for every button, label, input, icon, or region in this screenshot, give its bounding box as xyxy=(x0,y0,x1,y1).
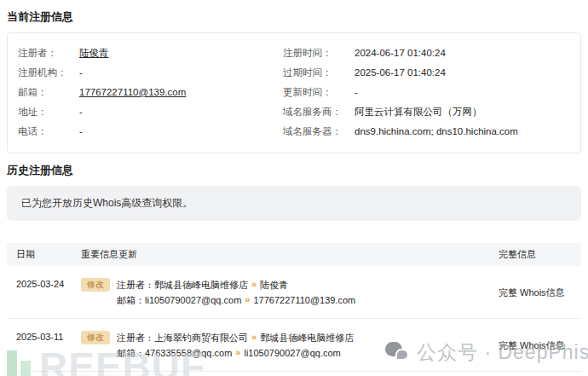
table-row: 2025-03-11 修改 注册者：上海翠钓商贸有限公司»鄄城县德峰电脑维修店 … xyxy=(7,319,581,372)
registrar-value: 阿里云计算有限公司（万网） xyxy=(355,102,482,122)
row-date: 2025-03-24 xyxy=(7,277,81,308)
email-old: 476335558@qq.com xyxy=(145,348,232,358)
row-date: 2025-03-11 xyxy=(7,330,81,361)
registrar-row: 域名服务商： 阿里云计算有限公司（万网） xyxy=(283,102,570,122)
header-date: 日期 xyxy=(7,248,81,261)
email-new: 17767227110@139.com xyxy=(253,295,355,305)
update-time-label: 更新时间： xyxy=(283,83,355,102)
current-registration-card: 注册者： 陆俊青 注册机构： - 邮箱： 17767227110@139.com… xyxy=(7,32,581,153)
history-registration-title: 历史注册信息 xyxy=(7,163,581,178)
current-info-right-column: 注册时间： 2024-06-17 01:40:24 过期时间： 2025-06-… xyxy=(283,43,570,142)
registrant-new: 陆俊青 xyxy=(260,280,288,290)
email-label: 邮箱： xyxy=(18,83,79,102)
email-change-line: 邮箱：476335558@qq.com»li1050790027@qq.com xyxy=(117,345,354,361)
history-table-header: 日期 重要信息更新 完整信息 xyxy=(7,243,581,266)
email-change-label: 邮箱： xyxy=(117,295,145,305)
register-time-row: 注册时间： 2024-06-17 01:40:24 xyxy=(283,43,570,63)
table-row: 2024-08-23 修改 注册者：海口龙华区业途诚百货商行（个体工商户）»上海… xyxy=(7,372,581,376)
change-arrow-icon: » xyxy=(245,294,250,304)
update-time-row: 更新时间： - xyxy=(283,83,570,102)
row-update-lines: 注册者：鄄城县德峰电脑维修店»陆俊青 邮箱：li1050790027@qq.co… xyxy=(117,277,355,308)
modify-badge: 修改 xyxy=(81,331,110,344)
registrar-org-label: 注册机构： xyxy=(18,63,79,83)
phone-row: 电话： - xyxy=(18,122,283,142)
change-arrow-icon: » xyxy=(235,347,240,357)
address-label: 地址： xyxy=(18,102,79,122)
row-full-info-cell: 完整 Whois信息 xyxy=(499,330,581,361)
current-info-left-column: 注册者： 陆俊青 注册机构： - 邮箱： 17767227110@139.com… xyxy=(18,43,283,142)
phone-value: - xyxy=(79,122,83,142)
row-full-info-cell: 完整 Whois信息 xyxy=(499,277,581,308)
header-important-updates: 重要信息更新 xyxy=(81,248,499,261)
row-update-lines: 注册者：上海翠钓商贸有限公司»鄄城县德峰电脑维修店 邮箱：476335558@q… xyxy=(117,330,354,361)
registrar-org-row: 注册机构： - xyxy=(18,63,283,83)
email-change-label: 邮箱： xyxy=(117,348,145,358)
email-new: li1050790027@qq.com xyxy=(244,348,340,358)
expire-time-row: 过期时间： 2025-06-17 01:40:24 xyxy=(283,63,570,83)
whois-page: 当前注册信息 注册者： 陆俊青 注册机构： - 邮箱： 17767227110@… xyxy=(0,9,588,376)
register-time-label: 注册时间： xyxy=(283,43,355,63)
email-link[interactable]: 17767227110@139.com xyxy=(79,83,186,102)
registrar-label: 域名服务商： xyxy=(283,102,355,122)
phone-label: 电话： xyxy=(18,122,79,142)
whois-permission-notice: 已为您开放历史Whois高级查询权限。 xyxy=(7,186,581,221)
full-whois-link[interactable]: 完整 Whois信息 xyxy=(499,286,565,299)
history-table: 日期 重要信息更新 完整信息 2025-03-24 修改 注册者：鄄城县德峰电脑… xyxy=(7,243,581,376)
address-row: 地址： - xyxy=(18,102,283,122)
update-time-value: - xyxy=(355,83,358,102)
header-full-info: 完整信息 xyxy=(499,248,581,261)
nameserver-value: dns9.hichina.com; dns10.hichina.com xyxy=(355,122,518,142)
current-registration-title: 当前注册信息 xyxy=(7,9,581,25)
registrant-label: 注册者： xyxy=(18,43,79,63)
registrant-change-label: 注册者： xyxy=(117,280,154,290)
change-arrow-icon: » xyxy=(251,279,257,289)
address-value: - xyxy=(79,102,83,122)
register-time-value: 2024-06-17 01:40:24 xyxy=(355,43,446,63)
registrant-change-line: 注册者：上海翠钓商贸有限公司»鄄城县德峰电脑维修店 xyxy=(117,330,354,345)
nameserver-label: 域名服务器： xyxy=(283,122,355,142)
email-row: 邮箱： 17767227110@139.com xyxy=(18,83,283,102)
expire-time-label: 过期时间： xyxy=(283,63,355,83)
modify-badge: 修改 xyxy=(81,278,110,292)
nameserver-row: 域名服务器： dns9.hichina.com; dns10.hichina.c… xyxy=(283,122,570,142)
registrant-new: 鄄城县德峰电脑维修店 xyxy=(260,333,354,343)
registrant-row: 注册者： 陆俊青 xyxy=(18,43,283,63)
email-old: li1050790027@qq.com xyxy=(145,295,241,305)
row-update-cell: 修改 注册者：上海翠钓商贸有限公司»鄄城县德峰电脑维修店 邮箱：47633555… xyxy=(81,330,499,361)
registrant-link[interactable]: 陆俊青 xyxy=(79,43,109,63)
row-update-cell: 修改 注册者：鄄城县德峰电脑维修店»陆俊青 邮箱：li1050790027@qq… xyxy=(81,277,499,308)
registrant-change-label: 注册者： xyxy=(117,333,154,343)
registrant-old: 上海翠钓商贸有限公司 xyxy=(154,333,248,343)
full-whois-link[interactable]: 完整 Whois信息 xyxy=(499,339,565,352)
change-arrow-icon: » xyxy=(251,332,257,342)
registrar-org-value: - xyxy=(79,63,83,83)
email-change-line: 邮箱：li1050790027@qq.com»17767227110@139.c… xyxy=(117,292,355,308)
table-row: 2025-03-24 修改 注册者：鄄城县德峰电脑维修店»陆俊青 邮箱：li10… xyxy=(7,266,581,319)
registrant-old: 鄄城县德峰电脑维修店 xyxy=(154,280,248,290)
registrant-change-line: 注册者：鄄城县德峰电脑维修店»陆俊青 xyxy=(117,277,355,292)
expire-time-value: 2025-06-17 01:40:24 xyxy=(355,63,446,83)
